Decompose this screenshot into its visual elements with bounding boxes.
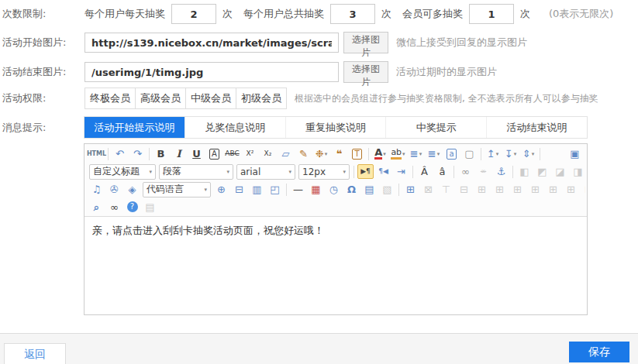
end-image-row: 活动结束图片: 选择图片 活动过期时的显示图片 (0, 60, 638, 84)
delete-row-icon: ⊞ (509, 182, 526, 197)
editor-content-area[interactable]: 亲，请点击进入刮刮卡抽奖活动页面，祝您好运哦！ (84, 217, 587, 321)
insert-row-icon: ⊞ (474, 182, 490, 197)
separator (353, 166, 354, 178)
member-level-button-4[interactable]: 初级会员 (236, 88, 287, 109)
attachment-icon[interactable]: ✇ (106, 182, 122, 197)
per-day-draw-input[interactable] (171, 4, 216, 24)
start-image-label: 活动开始图片: (0, 36, 84, 50)
strikethrough-icon[interactable]: ABC (224, 146, 240, 161)
font-color-icon[interactable]: A▾ (372, 146, 388, 161)
separator (286, 184, 287, 196)
special-chars-icon[interactable]: Ω (343, 182, 360, 197)
clear-doc-icon[interactable]: ▢ (461, 146, 478, 161)
per-day-unit: 次 (222, 7, 233, 21)
insert-time-icon[interactable]: ◷ (326, 182, 342, 197)
blockquote-icon[interactable]: ❝ (331, 146, 347, 161)
help-icon[interactable]: ? (124, 200, 140, 215)
insert-columns-icon[interactable]: ▥ (249, 182, 265, 197)
toolbar-row-1: HTML↶↷BIUAABCX²X₂▱✎❉▾❝TA▾ab▾≡▾≡▾a▢↥▾↧▾⇕▾… (86, 145, 585, 163)
page-break-icon[interactable]: ⊟ (231, 182, 247, 197)
subscript-icon[interactable]: X₂ (260, 146, 276, 161)
underline-icon[interactable]: U (188, 146, 205, 161)
start-image-pick-button[interactable]: 选择图片 (343, 32, 388, 53)
redo-icon[interactable]: ↷ (129, 146, 146, 161)
tab-1[interactable]: 活动开始提示说明 (84, 117, 185, 138)
insert-map-icon[interactable]: ◈ (124, 182, 140, 197)
undo-icon[interactable]: ↶ (112, 146, 128, 161)
insert-music-icon[interactable]: ♫ (88, 182, 105, 197)
split-to-rows-icon: ⊞ (545, 182, 561, 197)
italic-icon[interactable]: I (171, 146, 187, 161)
text-direction-ltr-icon[interactable]: ▶¶ (357, 164, 374, 179)
tab-5[interactable]: 活动结束说明 (486, 117, 587, 138)
html-source-icon[interactable]: HTML (88, 146, 105, 161)
member-level-button-1[interactable]: 终极会员 (84, 88, 136, 109)
member-extra-draw-input[interactable] (469, 4, 514, 24)
word-image-icon[interactable]: ▤ (361, 182, 378, 197)
font-family-combo[interactable]: arial▾ (236, 164, 295, 180)
split-to-cols-icon: ⊞ (563, 182, 579, 197)
insert-column-icon: ⊞ (491, 182, 508, 197)
tab-4[interactable]: 中奖提示 (385, 117, 486, 138)
back-button[interactable]: 返回 (4, 343, 66, 364)
indent-icon[interactable]: ⇥ (393, 164, 409, 179)
anchor-icon[interactable]: ⚓ (493, 164, 509, 179)
format-painter-icon[interactable]: ✎ (295, 146, 312, 161)
row-spacing-top-icon[interactable]: ↥▾ (485, 146, 501, 161)
insert-table-icon[interactable]: ⊞ (402, 182, 419, 197)
bold-icon[interactable]: B (153, 146, 169, 161)
end-image-pick-button[interactable]: 选择图片 (343, 61, 388, 83)
start-image-row: 活动开始图片: 选择图片 微信上接受到回复的显示图片 (0, 31, 638, 54)
template-icon: ▧ (379, 182, 395, 197)
permission-row: 活动权限: 终极会员高级会员中级会员初级会员 根据选中的会员组进行参与抽奖资格限… (0, 87, 638, 110)
font-size-combo[interactable]: 12px▾ (298, 164, 350, 180)
snapscreen-icon[interactable]: ◰ (267, 182, 283, 197)
chevron-down-icon: ▾ (343, 169, 346, 175)
text-direction-rtl-icon[interactable]: ¶◀ (375, 164, 391, 179)
fullscreen-icon[interactable]: ▣ (567, 146, 583, 161)
auto-typeset-icon[interactable]: ❉▾ (313, 146, 329, 161)
total-draw-input[interactable] (330, 4, 375, 24)
insert-date-icon[interactable]: ▦ (308, 182, 324, 197)
delete-table-icon: ⊠ (420, 182, 436, 197)
separator (108, 148, 109, 160)
horizontal-rule-icon[interactable]: — (290, 182, 306, 197)
code-language-combo[interactable]: 代码语言▾ (143, 182, 211, 197)
end-image-url-input[interactable] (84, 62, 339, 82)
search-replace-icon[interactable]: ∞ (106, 200, 122, 215)
table-title-icon: ⊤ (438, 182, 454, 197)
save-button[interactable]: 保存 (569, 342, 629, 362)
link-icon[interactable]: ∞ (457, 164, 474, 179)
separator (398, 184, 399, 196)
member-extra-unit: 次 (520, 7, 530, 21)
row-spacing-bottom-icon[interactable]: ↧▾ (502, 146, 519, 161)
superscript-icon[interactable]: X² (242, 146, 258, 161)
chevron-down-icon: ▾ (149, 169, 152, 175)
paragraph-combo[interactable]: 段落▾ (159, 164, 233, 180)
member-level-button-2[interactable]: 高级会员 (135, 88, 186, 109)
custom-title-combo[interactable]: 自定义标题▾ (89, 164, 156, 180)
paste-plain-icon[interactable]: T (349, 146, 365, 161)
permission-hint: 根据选中的会员组进行参与抽奖资格限制, 全不选表示所有人可以参与抽奖 (295, 92, 598, 105)
preview-icon[interactable]: ⌕ (88, 200, 105, 215)
line-height-icon[interactable]: ⇕▾ (520, 146, 536, 161)
tab-3[interactable]: 重复抽奖说明 (285, 117, 386, 138)
to-uppercase-icon[interactable]: Â (416, 164, 433, 179)
member-level-button-3[interactable]: 中级会员 (185, 88, 236, 109)
highlight-color-icon[interactable]: ab▾ (390, 146, 406, 161)
separator (453, 166, 454, 178)
member-extra-draw-label: 会员可多抽奖 (402, 7, 463, 21)
unordered-list-icon[interactable]: ≡▾ (426, 146, 442, 161)
end-image-label: 活动结束图片: (0, 65, 84, 79)
image-align-none-icon: ◧ (516, 164, 533, 179)
char-border-icon[interactable]: A (206, 146, 222, 161)
remove-format-icon[interactable]: ▱ (278, 146, 294, 161)
ordered-list-icon[interactable]: ≡▾ (408, 146, 424, 161)
separator (512, 166, 513, 178)
chevron-down-icon: ▾ (402, 151, 405, 157)
select-all-icon[interactable]: a (443, 146, 460, 161)
start-image-url-input[interactable] (84, 33, 339, 53)
tab-2[interactable]: 兑奖信息说明 (185, 117, 285, 138)
insert-iframe-icon[interactable]: ⊕ (213, 182, 229, 197)
to-lowercase-icon[interactable]: â (434, 164, 450, 179)
